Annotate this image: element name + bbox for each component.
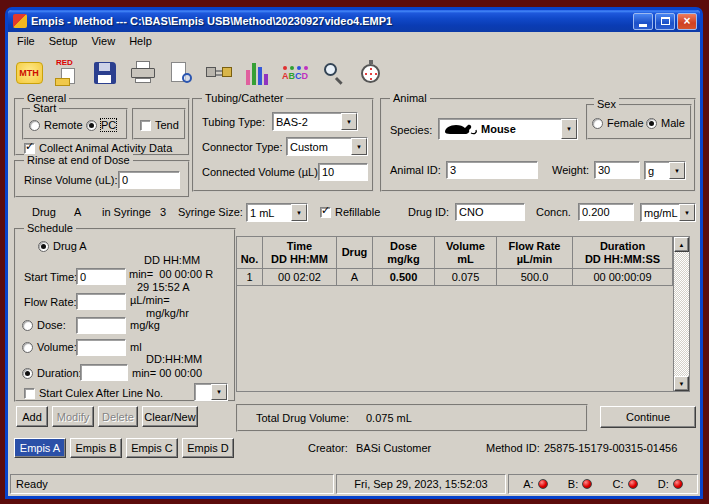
led-b-icon [582,479,592,489]
dose-radio[interactable]: Dose: [22,319,66,331]
duration-input[interactable] [80,364,128,381]
tab-empis-b[interactable]: Empis B [70,438,122,458]
volume-radio[interactable]: Volume: [22,341,77,353]
led-group-d: D: [658,478,683,490]
radio-icon [38,241,49,252]
weight-unit-select[interactable]: g ▼ [644,161,686,180]
menu-help[interactable]: Help [122,33,159,49]
status-message-panel: Ready [10,474,334,494]
concn-unit-select[interactable]: mg/mL ▼ [640,203,696,222]
table-empty-area [237,286,673,391]
clear-new-button[interactable]: Clear/New [142,406,198,427]
delete-button[interactable]: Delete [98,406,138,427]
volume-input[interactable] [76,339,126,356]
close-button[interactable]: × [677,13,697,30]
maximize-button[interactable] [655,13,675,30]
drug-id-input[interactable] [455,203,525,221]
dose-radio-label: Dose: [37,319,66,331]
connector-type-select[interactable]: Custom ▼ [286,137,368,156]
sex-group-label: Sex [594,98,619,110]
female-radio[interactable]: Female [592,117,644,129]
modify-button[interactable]: Modify [52,406,94,427]
rinse-volume-input[interactable] [118,171,180,189]
tubing-group-label: Tubing/Catheter [202,92,286,104]
animal-id-input[interactable] [446,161,538,179]
total-volume-value: 0.075 mL [366,412,412,424]
cell-dose: 0.500 [373,269,435,286]
menu-setup[interactable]: Setup [42,33,85,49]
radio-icon [22,368,33,379]
titlebar[interactable]: Empis - Method --- C:\BAS\Empis USB\Meth… [8,10,700,32]
abcd-letters: ABCD [282,71,308,81]
scroll-up-icon[interactable]: ▲ [674,237,689,252]
dropdown-arrow-icon: ▼ [211,384,227,400]
add-button[interactable]: Add [16,406,48,427]
pc-radio[interactable]: PC [86,119,116,131]
start-time-min: min= 00 00:00 R [129,268,213,280]
duration-min: min= 00 00:00 [132,367,202,379]
remote-radio[interactable]: Remote [29,119,83,131]
levels-button[interactable] [240,53,274,93]
tab-empis-c[interactable]: Empis C [126,438,178,458]
start-time-label: Start Time: [24,271,77,283]
weight-input[interactable] [594,161,640,179]
print-preview-icon [169,61,193,85]
rinse-volume-label: Rinse Volume (uL): [24,174,118,186]
culex-line-select[interactable]: ▼ [194,383,228,401]
method-id-value: 25875-15179-00315-01456 [544,442,677,454]
led-group-b: B: [568,478,592,490]
connect-button[interactable] [202,53,236,93]
tend-box: Tend [132,108,186,140]
app-icon [13,14,27,28]
report-button[interactable]: RED [50,53,84,93]
syringe-size-select[interactable]: 1 mL ▼ [246,203,308,222]
zoom-button[interactable] [316,53,350,93]
desktop: { "window": {"title": "Empis - Method --… [0,0,709,504]
start-time-current: 29 15:52 A [137,281,190,293]
continue-button[interactable]: Continue [600,406,696,428]
refillable-checkbox[interactable]: ✓ Refillable [320,206,380,218]
timer-button[interactable] [354,53,388,93]
table-row[interactable]: 1 00 02:02 A 0.500 0.075 500.0 00 00:00:… [237,269,673,286]
concn-unit-value: mg/mL [644,207,678,219]
method-file-button[interactable]: MTH [12,53,46,93]
menu-view[interactable]: View [84,33,122,49]
total-volume-box: Total Drug Volume: 0.075 mL [236,404,588,432]
duration-radio[interactable]: Duration: [22,367,82,379]
species-select[interactable]: Mouse ▼ [438,118,578,140]
scroll-down-icon[interactable]: ▼ [674,376,689,391]
connector-type-value: Custom [290,141,328,153]
tubing-type-select[interactable]: BAS-2 ▼ [272,112,358,131]
connected-volume-input[interactable] [318,163,368,181]
flow-rate-input[interactable] [76,293,126,310]
tab-empis-d[interactable]: Empis D [182,438,234,458]
male-radio[interactable]: Male [646,117,685,129]
table-scrollbar[interactable]: ▲ ▼ [673,237,689,391]
drug-letter: A [74,206,81,218]
menu-file[interactable]: File [10,33,42,49]
rinse-group: Rinse at end of Dose Rinse Volume (uL): [14,160,190,198]
culex-checkbox[interactable]: Start Culex After Line No. [24,387,163,399]
col-header-flow-rate: Flow RateµL/min [497,237,573,269]
minimize-button[interactable] [633,13,653,30]
abcd-button[interactable]: ABCD [278,53,312,93]
collect-activity-checkbox[interactable]: ✓ Collect Animal Activity Data [24,142,172,154]
dose-input[interactable] [76,317,126,334]
tab-empis-a[interactable]: Empis A [14,438,66,458]
print-button[interactable] [126,53,160,93]
check-icon: ✓ [321,205,330,216]
drug-a-radio[interactable]: Drug A [38,240,87,252]
save-button[interactable] [88,53,122,93]
tend-checkbox[interactable]: Tend [140,119,179,131]
led-label-b: B: [568,478,578,490]
mouse-icon [442,121,478,137]
start-time-input[interactable] [76,268,126,285]
minimize-icon [639,24,647,27]
col-header-drug: Drug [337,237,373,269]
led-label-c: C: [613,478,624,490]
table-header-row: No. TimeDD HH:MM Drug Dosemg/kg VolumemL… [237,237,673,269]
print-preview-button[interactable] [164,53,198,93]
creator-value: BASi Customer [356,442,431,454]
weight-unit-value: g [648,165,654,177]
concn-input[interactable] [578,203,634,221]
